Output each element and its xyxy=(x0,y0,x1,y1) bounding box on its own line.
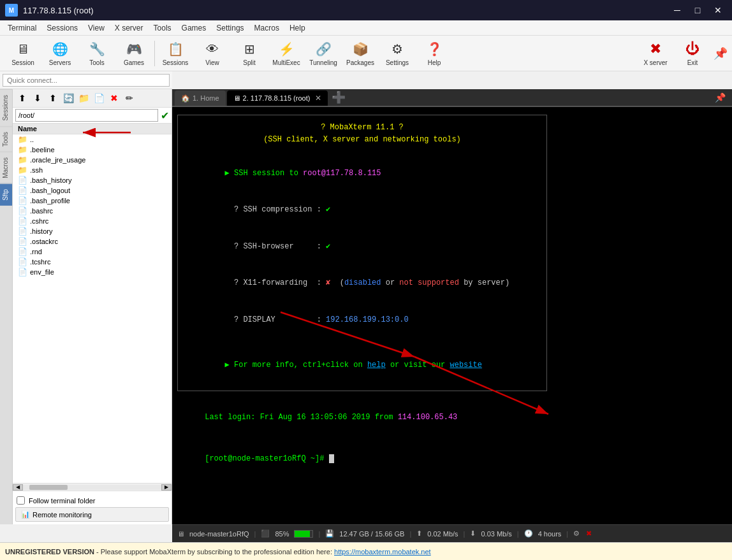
x11-line: ? X11-forwarding : ✘ (disabled or not su… xyxy=(188,265,536,302)
window-controls: ─ □ ✕ xyxy=(668,4,727,17)
ssh-session-line: ▶ SSH session to root@117.78.8.115 xyxy=(188,155,536,192)
sidebar-tab-tools[interactable]: Tools xyxy=(0,126,12,152)
mobatek-link[interactable]: https://mobaxterm.mobatek.net xyxy=(334,548,431,556)
memory-icon: 💾 xyxy=(325,529,334,538)
file-icon: 📄 xyxy=(18,206,27,215)
fp-folder-btn[interactable]: 📁 xyxy=(77,91,91,105)
menu-settings[interactable]: Settings xyxy=(211,22,249,34)
compression-line: ? SSH compression : ✔ xyxy=(188,192,536,229)
info-line: ▶ For more info, ctrl+click on help or v… xyxy=(188,347,536,384)
settings-icon-status[interactable]: ⚙ xyxy=(573,529,580,538)
toolbar-packages[interactable]: 📦 Packages xyxy=(342,38,378,69)
tunneling-label: Tunneling xyxy=(309,59,337,66)
tab-add-button[interactable]: ➕ xyxy=(328,90,349,104)
tab-close-icon[interactable]: ✕ xyxy=(315,94,321,103)
scroll-thumb[interactable] xyxy=(29,485,68,490)
close-button[interactable]: ✕ xyxy=(709,4,727,17)
scroll-track[interactable] xyxy=(23,485,161,490)
list-item[interactable]: 📁.ssh xyxy=(13,165,172,175)
file-path-input[interactable] xyxy=(15,109,158,122)
menu-macros[interactable]: Macros xyxy=(249,22,284,34)
toolbar-split[interactable]: ⊞ Split xyxy=(231,38,267,69)
fp-up-btn[interactable]: ⬆ xyxy=(15,91,29,105)
ssh-tab-icon: 🖥 xyxy=(233,94,240,102)
tab-pin-button[interactable]: 📌 xyxy=(711,92,729,103)
list-item[interactable]: 📄.ostackrc xyxy=(13,236,172,247)
scroll-right-btn[interactable]: ▶ xyxy=(161,484,172,491)
menu-xserver[interactable]: X server xyxy=(110,22,149,34)
toolbar-exit[interactable]: ⏻ Exit xyxy=(675,38,710,69)
tab-ssh[interactable]: 🖥 2. 117.78.8.115 (root) ✕ xyxy=(227,90,328,106)
list-item[interactable]: 📁.oracle_jre_usage xyxy=(13,155,172,165)
menu-tools[interactable]: Tools xyxy=(149,22,177,34)
list-item[interactable]: 📄env_file xyxy=(13,267,172,277)
close-icon-status[interactable]: ✖ xyxy=(586,529,592,538)
follow-folder-checkbox[interactable] xyxy=(17,496,25,505)
folder-icon: 📁 xyxy=(18,135,27,144)
toolbar-tunneling[interactable]: 🔗 Tunneling xyxy=(305,38,341,69)
list-item[interactable]: 📁.. xyxy=(13,134,172,145)
menu-games[interactable]: Games xyxy=(177,22,212,34)
quick-connect-area xyxy=(0,71,172,89)
toolbar-tools[interactable]: 🔧 Tools xyxy=(79,38,115,69)
toolbar-session[interactable]: 🖥 Session xyxy=(5,38,41,69)
maximize-button[interactable]: □ xyxy=(689,4,706,17)
help-label: Help xyxy=(428,59,441,66)
toolbar-sessions[interactable]: 📋 Sessions xyxy=(157,38,193,69)
tunneling-icon: 🔗 xyxy=(314,40,332,58)
toolbar-games[interactable]: 🎮 Games xyxy=(116,38,152,69)
folder-icon: 📁 xyxy=(18,166,27,175)
fp-upload-btn[interactable]: ⬆ xyxy=(46,91,60,105)
menu-sessions[interactable]: Sessions xyxy=(41,22,83,34)
toolbar-xserver[interactable]: ✖ X server xyxy=(638,38,673,69)
path-confirm-icon[interactable]: ✔ xyxy=(161,110,169,122)
menu-help[interactable]: Help xyxy=(284,22,311,34)
file-panel-bottom: Follow terminal folder 📊 Remote monitori… xyxy=(13,491,172,524)
list-item[interactable]: 📄.bashrc xyxy=(13,206,172,216)
fp-delete-btn[interactable]: ✖ xyxy=(107,91,121,105)
pin-icon[interactable]: 📌 xyxy=(714,47,727,60)
sidebar-tab-sessions[interactable]: Sessions xyxy=(0,89,12,126)
tab-home[interactable]: 🏠 1. Home xyxy=(175,90,226,106)
download-icon: ⬇ xyxy=(470,529,476,538)
fp-download-btn[interactable]: ⬇ xyxy=(31,91,45,105)
toolbar-servers[interactable]: 🌐 Servers xyxy=(42,38,78,69)
sidebar-tab-macros[interactable]: Macros xyxy=(0,152,12,183)
help-icon: ❓ xyxy=(425,40,443,58)
scroll-left-btn[interactable]: ◀ xyxy=(13,484,23,491)
separator-4: | xyxy=(464,530,465,538)
fp-copy-btn[interactable]: 📄 xyxy=(92,91,106,105)
minimize-button[interactable]: ─ xyxy=(668,4,686,17)
sidebar-tab-sftp[interactable]: Sftp xyxy=(0,183,12,206)
menu-terminal[interactable]: Terminal xyxy=(3,22,41,34)
settings-label: Settings xyxy=(386,59,409,66)
list-item[interactable]: 📄.cshrc xyxy=(13,216,172,226)
fp-rename-btn[interactable]: ✏ xyxy=(122,91,136,105)
remote-monitoring-button[interactable]: 📊 Remote monitoring xyxy=(15,507,169,522)
welcome-line2: (SSH client, X server and networking too… xyxy=(188,134,536,146)
window-title: 117.78.8.115 (root) xyxy=(23,6,668,15)
toolbar-settings[interactable]: ⚙ Settings xyxy=(379,38,415,69)
menu-view[interactable]: View xyxy=(83,22,110,34)
toolbar-view[interactable]: 👁 View xyxy=(194,38,230,69)
website-link[interactable]: website xyxy=(450,361,482,370)
list-item[interactable]: 📄.rnd xyxy=(13,247,172,257)
terminal-area: 🏠 1. Home 🖥 2. 117.78.8.115 (root) ✕ ➕ 📌… xyxy=(172,89,732,524)
list-item[interactable]: 📄.tcshrc xyxy=(13,257,172,267)
servers-label: Servers xyxy=(49,59,71,66)
toolbar-multiexec[interactable]: ⚡ MultiExec xyxy=(268,38,304,69)
list-item[interactable]: 📄.bash_profile xyxy=(13,196,172,206)
file-icon: 📄 xyxy=(18,186,27,195)
quick-connect-input[interactable] xyxy=(3,74,170,87)
fp-refresh-btn[interactable]: 🔄 xyxy=(61,91,75,105)
terminal-content[interactable]: ? MobaXterm 11.1 ? (SSH client, X server… xyxy=(172,107,732,524)
list-item[interactable]: 📄.bash_logout xyxy=(13,185,172,196)
list-item[interactable]: 📄.bash_history xyxy=(13,175,172,185)
help-link[interactable]: help xyxy=(367,361,386,370)
toolbar-help[interactable]: ❓ Help xyxy=(416,38,452,69)
home-tab-label: 1. Home xyxy=(193,94,219,102)
list-item[interactable]: 📁.beeline xyxy=(13,145,172,155)
list-item[interactable]: 📄.history xyxy=(13,226,172,236)
prompt-line: [root@node-master1oRfQ ~]# xyxy=(177,439,727,480)
horizontal-scrollbar[interactable]: ◀ ▶ xyxy=(13,483,172,491)
